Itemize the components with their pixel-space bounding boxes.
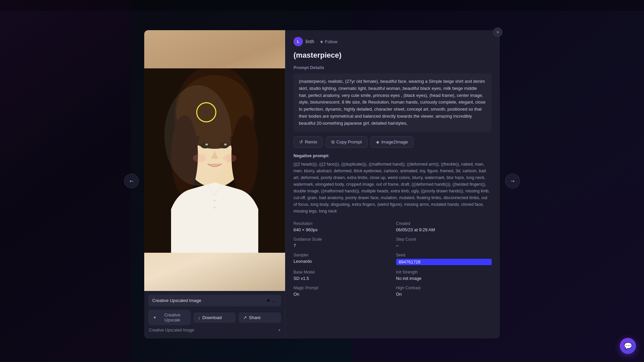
magic-prompt-value: On bbox=[293, 292, 389, 297]
star-icon: ★ bbox=[320, 39, 324, 44]
image2image-label: Image2Image bbox=[381, 139, 408, 144]
magic-prompt-item: Magic Prompt On bbox=[293, 286, 389, 297]
copy-prompt-label: Copy Prompt bbox=[336, 139, 362, 144]
created-value: 06/05/23 at 9:29 AM bbox=[396, 227, 492, 232]
more-options-icon: … bbox=[272, 297, 277, 304]
image-panel: Creative Upscaled Image ▾ … ✦ Creative U… bbox=[144, 30, 285, 339]
magic-prompt-label: Magic Prompt bbox=[293, 286, 389, 290]
image-label-text: Creative Upscaled Image bbox=[149, 328, 194, 333]
seed-label: Seed bbox=[396, 253, 492, 257]
created-item: Created 06/05/23 at 9:29 AM bbox=[396, 221, 492, 232]
negative-prompt-text: (((2 heads))), (((2 face))), (((duplicat… bbox=[293, 161, 492, 215]
chat-support-button[interactable]: 💬 bbox=[620, 338, 636, 354]
seed-value: 894761728 bbox=[396, 259, 492, 265]
portrait-svg bbox=[144, 68, 285, 253]
remix-button[interactable]: ↺ Remix bbox=[293, 136, 323, 148]
prompt-text: (masterpiece), realistic, (27yr old fema… bbox=[299, 79, 485, 126]
username: linth bbox=[306, 39, 314, 44]
download-icon: ↓ bbox=[198, 315, 201, 320]
creative-upscale-button[interactable]: ✦ Creative Upscale bbox=[148, 310, 191, 325]
remix-label: Remix bbox=[305, 139, 317, 144]
action-buttons: ✦ Creative Upscale ↓ Download ↗ Share bbox=[148, 310, 281, 325]
remix-icon: ↺ bbox=[299, 139, 303, 144]
prompt-box: (masterpiece), realistic, (27yr old fema… bbox=[293, 73, 492, 132]
prompt-section-label: Prompt details bbox=[293, 65, 492, 70]
follow-button[interactable]: ★ Follow bbox=[317, 38, 340, 46]
share-label: Share bbox=[249, 315, 261, 320]
follow-label: Follow bbox=[325, 39, 338, 44]
download-label: Download bbox=[202, 315, 222, 320]
download-button[interactable]: ↓ Download bbox=[194, 312, 236, 323]
guidance-scale-item: Guidance Scale 7 bbox=[293, 237, 389, 248]
creative-upscale-label: Creative Upscale bbox=[159, 312, 186, 322]
share-button[interactable]: ↗ Share bbox=[238, 312, 281, 323]
svg-point-13 bbox=[214, 200, 216, 202]
modal-backdrop: ← × bbox=[0, 0, 644, 362]
svg-point-14 bbox=[214, 206, 216, 208]
high-contrast-value: On bbox=[396, 292, 492, 297]
next-image-button[interactable]: → bbox=[505, 174, 520, 188]
step-count-value: – bbox=[396, 243, 492, 248]
arrow-left-icon: ← bbox=[128, 178, 135, 185]
sampler-value: Leonardo bbox=[293, 259, 389, 264]
svg-point-15 bbox=[164, 85, 231, 186]
guidance-scale-value: 7 bbox=[293, 243, 389, 248]
init-strength-value: No init image bbox=[396, 276, 492, 281]
image2image-button[interactable]: ◈ Image2Image bbox=[370, 136, 414, 148]
metadata-grid: Resolution 640 × 960px Created 06/05/23 … bbox=[293, 221, 492, 297]
image-display bbox=[144, 30, 285, 291]
base-model-value: SD v1.5 bbox=[293, 276, 389, 281]
ai-image bbox=[144, 30, 285, 291]
modal-close-button[interactable]: × bbox=[493, 27, 502, 37]
negative-prompt-label: Negative prompt: bbox=[293, 153, 492, 158]
info-panel: L linth ★ Follow (masterpiece) Prompt de… bbox=[285, 30, 500, 339]
avatar-initials: L bbox=[297, 40, 300, 44]
image-type-selector[interactable]: Creative Upscaled Image ▾ … bbox=[148, 295, 281, 306]
resolution-value: 640 × 960px bbox=[293, 227, 389, 232]
init-strength-label: Init Strength bbox=[396, 270, 492, 275]
image2image-icon: ◈ bbox=[376, 139, 379, 144]
copy-icon: ⧉ bbox=[331, 139, 334, 145]
step-count-label: Step Count bbox=[396, 237, 492, 242]
user-info: L linth ★ Follow bbox=[293, 37, 340, 46]
base-model-label: Base Model bbox=[293, 270, 389, 275]
wand-icon: ✦ bbox=[153, 315, 157, 320]
high-contrast-label: High Contrast bbox=[396, 286, 492, 290]
chat-icon: 💬 bbox=[624, 342, 632, 350]
image-label-bottom: Creative Upscaled Image ▾ bbox=[148, 325, 281, 335]
step-count-item: Step Count – bbox=[396, 237, 492, 248]
close-icon: × bbox=[496, 29, 499, 35]
chevron-down-icon-bottom: ▾ bbox=[278, 328, 280, 333]
created-label: Created bbox=[396, 221, 492, 226]
sampler-item: Sampler Leonardo bbox=[293, 253, 389, 265]
chevron-down-icon: ▾ bbox=[267, 297, 270, 304]
copy-prompt-button[interactable]: ⧉ Copy Prompt bbox=[326, 136, 368, 148]
base-model-item: Base Model SD v1.5 bbox=[293, 270, 389, 281]
high-contrast-item: High Contrast On bbox=[396, 286, 492, 297]
share-icon: ↗ bbox=[243, 315, 247, 320]
image-type-label: Creative Upscaled Image bbox=[152, 298, 201, 303]
arrow-right-icon: → bbox=[509, 178, 516, 185]
panel-header: L linth ★ Follow bbox=[293, 37, 492, 46]
resolution-item: Resolution 640 × 960px bbox=[293, 221, 389, 232]
image-detail-modal: × bbox=[144, 30, 500, 339]
init-strength-item: Init Strength No init image bbox=[396, 270, 492, 281]
image-title: (masterpiece) bbox=[293, 51, 492, 60]
avatar: L bbox=[293, 37, 303, 46]
guidance-scale-label: Guidance Scale bbox=[293, 237, 389, 242]
sampler-label: Sampler bbox=[293, 253, 389, 257]
prev-image-button[interactable]: ← bbox=[124, 174, 139, 188]
prompt-actions: ↺ Remix ⧉ Copy Prompt ◈ Image2Image bbox=[293, 136, 492, 148]
image-controls: Creative Upscaled Image ▾ … ✦ Creative U… bbox=[144, 291, 285, 339]
image-type-icons: ▾ … bbox=[267, 297, 277, 304]
seed-item: Seed 894761728 bbox=[396, 253, 492, 265]
resolution-label: Resolution bbox=[293, 221, 389, 226]
